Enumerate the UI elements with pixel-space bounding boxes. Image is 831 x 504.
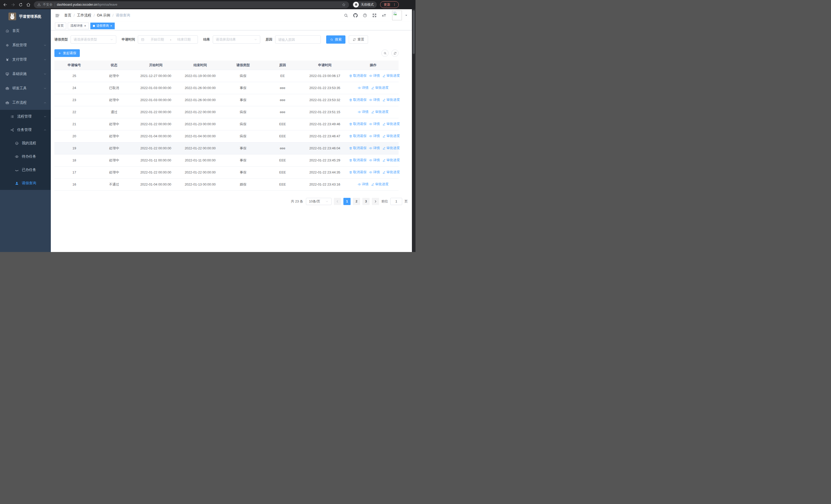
action-progress-link[interactable]: 审批进度 <box>382 73 400 78</box>
sidebar-item-done-task[interactable]: 已办任务 <box>0 163 51 177</box>
sidebar-item-devtools[interactable]: 研发工具 <box>0 81 51 95</box>
action-progress-link[interactable]: 审批进度 <box>382 97 400 102</box>
result-select[interactable]: 请选择流结果 <box>213 35 260 43</box>
action-detail-link[interactable]: 详情 <box>369 170 380 175</box>
suitcase-icon <box>5 101 9 105</box>
pencil-icon <box>371 86 374 90</box>
action-detail-link[interactable]: 详情 <box>369 134 380 138</box>
scrollbar[interactable] <box>412 9 416 252</box>
time-label: 申请时间 <box>122 37 135 42</box>
home-icon[interactable] <box>26 3 31 7</box>
help-icon[interactable] <box>363 13 367 18</box>
action-cancel-link[interactable]: 取消请假 <box>349 73 367 78</box>
sidebar-item-leave-query[interactable]: 请假查询 <box>0 177 51 190</box>
search-button[interactable]: 搜索 <box>326 35 345 43</box>
reload-icon[interactable] <box>19 3 23 7</box>
action-progress-link[interactable]: 审批进度 <box>382 146 400 150</box>
search-icon[interactable] <box>344 13 348 18</box>
cell-end-time: 2022-01-22 00:00:00 <box>178 142 223 154</box>
type-select[interactable]: 请选择请假类型 <box>70 35 116 43</box>
forward-icon[interactable] <box>11 3 15 7</box>
action-detail-link[interactable]: 详情 <box>369 146 380 150</box>
toggle-search-button[interactable] <box>381 50 389 57</box>
action-cancel-link[interactable]: 取消请假 <box>349 158 367 162</box>
trash-icon <box>349 122 352 126</box>
page-button-3[interactable]: 3 <box>362 198 370 205</box>
action-label: 详情 <box>373 158 380 162</box>
breadcrumb-item[interactable]: 首页 <box>64 13 71 18</box>
update-button[interactable]: 更新 <box>380 1 399 8</box>
action-progress-link[interactable]: 审批进度 <box>371 85 389 90</box>
result-select-placeholder: 请选择流结果 <box>216 37 236 42</box>
action-detail-link[interactable]: 详情 <box>369 122 380 126</box>
github-icon[interactable] <box>353 13 358 18</box>
browser-menu-icon[interactable] <box>393 3 396 6</box>
page-button-1[interactable]: 1 <box>343 198 350 205</box>
refresh-table-button[interactable] <box>391 50 399 57</box>
avatar-caret-icon[interactable] <box>405 14 408 17</box>
prev-page-button[interactable] <box>334 198 341 205</box>
breadcrumb-item[interactable]: 工作流程 <box>77 13 91 18</box>
breadcrumb-item[interactable]: OA 示例 <box>97 13 110 18</box>
sidebar-item-infra[interactable]: 基础设施 <box>0 67 51 81</box>
action-cancel-link[interactable]: 取消请假 <box>349 170 367 175</box>
sidebar-item-todo-task[interactable]: 待办任务 <box>0 150 51 163</box>
column-header: 申请编号 <box>54 61 94 70</box>
action-progress-link[interactable]: 审批进度 <box>382 122 400 126</box>
action-detail-link[interactable]: 详情 <box>358 110 369 114</box>
flow-icon <box>10 128 14 132</box>
action-progress-link[interactable]: 审批进度 <box>382 134 400 138</box>
action-detail-link[interactable]: 详情 <box>369 97 380 102</box>
action-label: 取消请假 <box>353 134 367 138</box>
action-progress-link[interactable]: 审批进度 <box>371 182 389 186</box>
action-detail-link[interactable]: 详情 <box>369 73 380 78</box>
font-size-icon[interactable] <box>382 13 386 18</box>
reason-input[interactable] <box>275 35 321 43</box>
close-icon[interactable]: × <box>84 24 86 27</box>
sidebar-item-label: 研发工具 <box>12 86 27 91</box>
tab-process-detail[interactable]: 流程详情× <box>68 23 89 29</box>
sidebar-item-payment[interactable]: 支付管理 <box>0 52 51 67</box>
action-cancel-link[interactable]: 取消请假 <box>349 122 367 126</box>
action-progress-link[interactable]: 审批进度 <box>382 158 400 162</box>
cell-start-time: 2022-01-03 00:00:00 <box>134 94 178 106</box>
sidebar-item-process-mgmt[interactable]: 流程管理 <box>0 110 51 123</box>
scrollbar-thumb[interactable] <box>413 10 415 54</box>
hamburger-icon[interactable] <box>55 13 60 18</box>
action-progress-link[interactable]: 审批进度 <box>382 170 400 175</box>
cell-id: 20 <box>54 130 94 142</box>
tab-leave-query[interactable]: 请假查询× <box>90 23 115 29</box>
action-detail-link[interactable]: 详情 <box>369 158 380 162</box>
cell-leave-type: 事假 <box>223 142 263 154</box>
result-label: 结果 <box>203 37 210 42</box>
cell-apply-time: 2022-01-23 00:06:17 <box>302 70 348 82</box>
bookmark-star-icon[interactable] <box>342 3 346 7</box>
action-cancel-link[interactable]: 取消请假 <box>349 146 367 150</box>
close-icon[interactable]: × <box>110 24 112 27</box>
sidebar-item-home[interactable]: 首页 <box>0 24 51 38</box>
action-detail-link[interactable]: 详情 <box>358 182 369 186</box>
sidebar-item-my-process[interactable]: 我的流程 <box>0 137 51 150</box>
cell-end-time: 2022-01-11 00:00:00 <box>178 154 223 166</box>
sidebar-item-system[interactable]: 系统管理 <box>0 38 51 52</box>
sidebar-item-workflow[interactable]: 工作流程 <box>0 95 51 110</box>
avatar[interactable] <box>392 10 402 20</box>
action-detail-link[interactable]: 详情 <box>358 85 369 90</box>
action-progress-link[interactable]: 审批进度 <box>371 110 389 114</box>
action-label: 审批进度 <box>386 146 400 150</box>
fullscreen-icon[interactable] <box>372 13 377 18</box>
reset-button[interactable]: 重置 <box>349 35 368 43</box>
goto-page-input[interactable] <box>390 198 402 205</box>
action-cancel-link[interactable]: 取消请假 <box>349 134 367 138</box>
address-bar[interactable]: 不安全 dashboard.yudao.iocoder.cn/bpm/oa/le… <box>34 1 349 8</box>
action-cancel-link[interactable]: 取消请假 <box>349 97 367 102</box>
sidebar-item-task-mgmt[interactable]: 任务管理 <box>0 123 51 137</box>
create-leave-button[interactable]: 发起请假 <box>54 49 80 57</box>
page-button-2[interactable]: 2 <box>353 198 360 205</box>
back-icon[interactable] <box>3 3 7 7</box>
page-size-select[interactable]: 10条/页 <box>306 198 332 205</box>
next-page-button[interactable] <box>372 198 379 205</box>
tab-home[interactable]: 首页 <box>55 23 66 29</box>
cell-reason: EE <box>263 70 302 82</box>
date-range-picker[interactable]: 开始日期 - 结束日期 <box>138 35 198 43</box>
